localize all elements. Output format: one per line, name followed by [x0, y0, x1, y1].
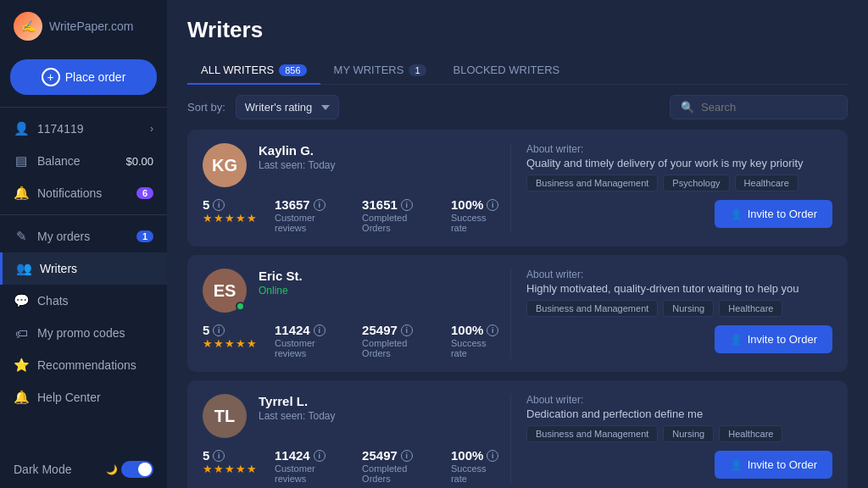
stat-completed: 31651 i Completed Orders: [362, 197, 434, 233]
logo-text: WritePaper.com: [49, 19, 133, 33]
reviews-label: Customer reviews: [275, 213, 345, 233]
recommendations-label: Recommendations: [37, 358, 136, 372]
about-label: About writer:: [526, 394, 832, 406]
about-label: About writer:: [526, 269, 832, 280]
search-input[interactable]: [701, 101, 837, 114]
tab-all-writers[interactable]: ALL WRITERS 856: [187, 57, 320, 85]
rating-value: 5: [203, 197, 209, 212]
tags: Business and ManagementNursingHealthcare: [526, 300, 832, 317]
dark-mode-label: Dark Mode: [14, 463, 71, 476]
bell-icon: 🔔: [14, 186, 29, 201]
about-text: Dedication and perfection define me: [526, 408, 832, 420]
success-info-icon[interactable]: i: [487, 324, 498, 336]
tag: Business and Management: [526, 175, 658, 191]
completed-info-icon[interactable]: i: [401, 450, 413, 462]
tab-all-writers-count: 856: [279, 64, 306, 76]
writer-avatar: KG: [203, 143, 247, 187]
completed-info-icon[interactable]: i: [401, 324, 413, 336]
reviews-value: 11424: [275, 323, 310, 337]
rating-info-icon[interactable]: i: [213, 324, 225, 336]
toggle-track[interactable]: [121, 461, 153, 478]
divider-1: [0, 107, 167, 108]
sidebar-item-promo[interactable]: 🏷 My promo codes: [0, 317, 167, 349]
tab-all-writers-label: ALL WRITERS: [201, 64, 274, 76]
reviews-info-icon[interactable]: i: [314, 199, 326, 211]
stat-reviews: 11424 i Customer reviews: [275, 448, 345, 484]
stat-completed: 25497 i Completed Orders: [362, 323, 434, 358]
completed-label: Completed Orders: [362, 338, 434, 358]
about-label: About writer:: [526, 143, 832, 155]
reviews-info-icon[interactable]: i: [314, 450, 326, 462]
success-info-icon[interactable]: i: [487, 450, 498, 462]
rating-info-icon[interactable]: i: [213, 199, 225, 211]
invite-to-order-button[interactable]: Invite to Order: [715, 451, 832, 479]
writer-about: About writer: Dedication and perfection …: [510, 394, 832, 484]
writer-avatar: ES: [203, 269, 247, 313]
sidebar-item-user[interactable]: 👤 1174119 ›: [0, 113, 167, 145]
logo-icon: ✍: [14, 12, 42, 41]
divider-2: [0, 214, 167, 215]
reviews-info-icon[interactable]: i: [314, 324, 326, 336]
tag: Psychology: [663, 175, 729, 191]
sidebar-item-my-orders[interactable]: ✎ My orders 1: [0, 220, 167, 252]
stars: ★★★★★: [203, 463, 258, 475]
invite-to-order-button[interactable]: Invite to Order: [715, 325, 832, 353]
stat-success: 100% i Success rate: [451, 197, 502, 233]
reviews-label: Customer reviews: [275, 463, 345, 484]
tab-my-writers[interactable]: MY WRITERS 1: [320, 57, 440, 85]
writer-status: Last seen: Today: [259, 410, 336, 422]
notifications-badge: 6: [136, 187, 153, 199]
tabs-row: ALL WRITERS 856 MY WRITERS 1 BLOCKED WRI…: [187, 57, 848, 85]
stat-reviews: 11424 i Customer reviews: [275, 323, 345, 358]
search-box: 🔍: [670, 95, 848, 119]
tag: Healthcare: [735, 175, 798, 191]
tag: Nursing: [663, 425, 714, 442]
sidebar-item-balance[interactable]: ▤ Balance $0.00: [0, 145, 167, 177]
writer-name: Kaylin G.: [259, 143, 336, 158]
writer-status: Last seen: Today: [259, 159, 336, 171]
success-info-icon[interactable]: i: [487, 199, 498, 211]
sidebar-item-help[interactable]: 🔔 Help Center: [0, 381, 167, 413]
recommend-icon: ⭐: [14, 358, 29, 373]
sort-select[interactable]: Writer's rating: [236, 95, 339, 119]
sidebar-item-notifications[interactable]: 🔔 Notifications 6: [0, 177, 167, 209]
success-value: 100%: [451, 323, 483, 337]
writer-stats: 5 i ★★★★★ 11424 i Customer reviews: [203, 323, 502, 358]
page-title: Writers: [187, 17, 848, 43]
writer-status: Online: [259, 285, 303, 297]
user-icon: 👤: [14, 121, 29, 136]
sidebar-item-writers[interactable]: 👥 Writers: [0, 252, 167, 285]
writer-name: Eric St.: [259, 269, 303, 283]
sidebar-item-chats[interactable]: 💬 Chats: [0, 285, 167, 317]
help-label: Help Center: [37, 391, 101, 404]
tag: Business and Management: [526, 300, 658, 317]
completed-label: Completed Orders: [362, 463, 434, 484]
success-label: Success rate: [451, 213, 502, 233]
stars: ★★★★★: [203, 337, 258, 350]
tab-blocked-writers[interactable]: BLOCKED WRITERS: [440, 57, 574, 85]
rating-info-icon[interactable]: i: [213, 450, 225, 462]
reviews-value: 13657: [275, 197, 310, 212]
sidebar-item-recommendations[interactable]: ⭐ Recommendations: [0, 349, 167, 381]
moon-icon: 🌙: [106, 464, 118, 475]
invite-to-order-button[interactable]: Invite to Order: [715, 200, 832, 228]
writer-avatar: TL: [203, 394, 247, 438]
toolbar: Sort by: Writer's rating 🔍: [167, 85, 868, 130]
dark-mode-toggle[interactable]: 🌙: [106, 461, 153, 478]
stat-rating: 5 i ★★★★★: [203, 448, 258, 475]
tab-blocked-writers-label: BLOCKED WRITERS: [453, 64, 560, 76]
reviews-value: 11424: [275, 448, 310, 463]
balance-value: $0.00: [125, 155, 153, 168]
sort-label: Sort by:: [187, 101, 225, 114]
completed-value: 25497: [362, 448, 398, 463]
completed-info-icon[interactable]: i: [401, 199, 413, 211]
promo-label: My promo codes: [37, 326, 125, 340]
chevron-icon: ›: [150, 123, 153, 135]
writers-nav-label: Writers: [40, 262, 77, 275]
sidebar: ✍ WritePaper.com Place order 👤 1174119 ›…: [0, 0, 167, 488]
stat-rating: 5 i ★★★★★: [203, 197, 258, 225]
place-order-button[interactable]: Place order: [10, 59, 157, 95]
tag: Business and Management: [526, 425, 658, 442]
orders-icon: ✎: [14, 229, 29, 244]
rating-value: 5: [203, 323, 209, 337]
